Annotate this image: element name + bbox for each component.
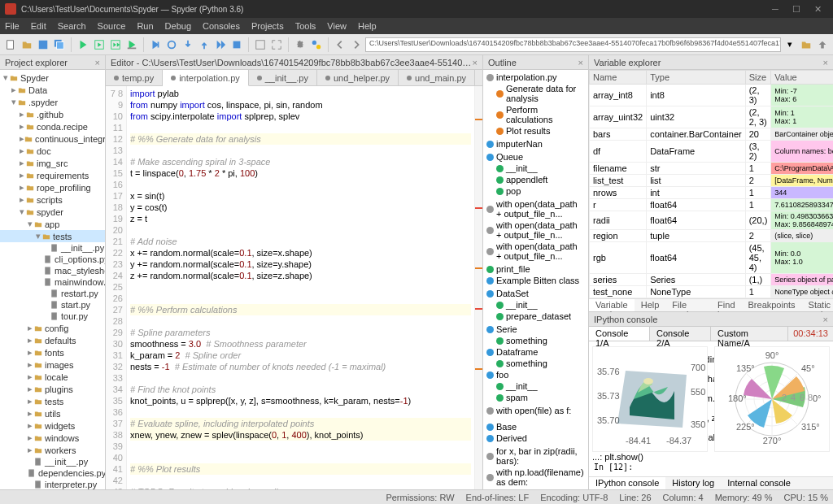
tree-item[interactable]: ▸rope_profiling: [0, 181, 105, 193]
outline-item[interactable]: with open(data_path + output_file_n...: [485, 219, 587, 241]
debug-step-button[interactable]: [164, 37, 179, 52]
menu-debug[interactable]: Debug: [165, 21, 191, 31]
outline-tree[interactable]: interpolation.pyGenerate data for analys…: [483, 70, 588, 489]
console-bottom-tab[interactable]: IPython console: [589, 477, 665, 489]
forward-button[interactable]: [349, 37, 364, 52]
back-button[interactable]: [333, 37, 347, 52]
varex-subtab[interactable]: Help: [635, 299, 666, 311]
editor-close[interactable]: ×: [473, 58, 478, 67]
menu-run[interactable]: Run: [137, 21, 153, 31]
outline-item[interactable]: with np.load(filename) as dem:: [485, 467, 587, 488]
browse-dir-button[interactable]: [799, 37, 813, 52]
varex-subtab[interactable]: Breakpoints: [742, 299, 802, 311]
tree-item[interactable]: __init__.py: [0, 242, 105, 254]
parent-dir-button[interactable]: [815, 37, 830, 52]
console-tab[interactable]: Console 2/A: [650, 327, 711, 341]
varex-subtab[interactable]: File explorer: [665, 299, 711, 311]
variable-row[interactable]: barscontainer.BarContainer20BarContainer…: [590, 128, 834, 141]
tree-item[interactable]: ▸config: [0, 322, 105, 334]
outline-item[interactable]: Perform calculations: [485, 104, 587, 125]
tree-item[interactable]: ▸continuous_integration: [0, 133, 105, 145]
outline-item[interactable]: appendleft: [485, 174, 587, 185]
maximize-button[interactable]: ☐: [786, 4, 807, 15]
outline-item[interactable]: Generate data for analysis: [485, 83, 587, 104]
pythonpath-button[interactable]: [309, 37, 324, 52]
save-all-button[interactable]: [52, 37, 67, 52]
outline-item[interactable]: with open(data_path + output_file_n...: [485, 198, 587, 219]
tree-item[interactable]: ▸requirements: [0, 169, 105, 181]
variable-row[interactable]: array_uint32uint32(2, 2, 3)Min: 1 Max: 1: [590, 106, 834, 128]
run-selection-button[interactable]: [124, 37, 139, 52]
variable-row[interactable]: rgbfloat64(45, 45, 4)Min: 0.0 Max: 1.0: [590, 242, 834, 274]
tree-item[interactable]: tour.py: [0, 311, 105, 322]
minimize-button[interactable]: ─: [765, 4, 786, 14]
tree-item[interactable]: restart.py: [0, 288, 105, 299]
code-body[interactable]: import pylab from numpy import cos, lins…: [127, 86, 474, 489]
tree-item[interactable]: ▸defaults: [0, 334, 105, 346]
open-file-button[interactable]: [20, 37, 34, 52]
outline-item[interactable]: Dataframe: [485, 346, 587, 358]
outline-item[interactable]: Queue: [485, 151, 587, 163]
outline-item[interactable]: __init__: [485, 380, 587, 392]
outline-item[interactable]: print_file: [485, 263, 587, 275]
tree-item[interactable]: mac_stylesheet.qss: [0, 265, 105, 276]
outline-item[interactable]: with open(data_path + output_file_n...: [485, 241, 587, 262]
menu-projects[interactable]: Projects: [251, 21, 284, 31]
outline-item[interactable]: something: [485, 358, 587, 369]
tree-item[interactable]: ▸locale: [0, 371, 105, 383]
outline-item[interactable]: with open(file) as f:: [485, 405, 587, 416]
outline-item[interactable]: imputerNan: [485, 138, 587, 150]
outline-item[interactable]: prepare_dataset: [485, 311, 587, 322]
tree-item[interactable]: cli_options.py: [0, 254, 105, 265]
code-editor[interactable]: 7 8 9 10 11 12 13 14 15 16 17 18 19 20 2…: [106, 86, 482, 489]
tree-item[interactable]: ▸fonts: [0, 346, 105, 358]
tree-item[interactable]: ▸images: [0, 358, 105, 371]
outline-item[interactable]: foo: [485, 369, 587, 380]
menu-source[interactable]: Source: [98, 21, 126, 31]
menu-search[interactable]: Search: [58, 21, 86, 31]
menu-help[interactable]: Help: [358, 21, 377, 31]
outline-item[interactable]: __init__: [485, 163, 587, 174]
outline-item[interactable]: Example Bitten class: [485, 275, 587, 286]
tree-item[interactable]: ▾tests: [0, 230, 105, 242]
varex-subtab[interactable]: Find in files: [711, 299, 741, 311]
variable-row[interactable]: rfloat6417.611082589334796: [590, 199, 834, 211]
tree-item[interactable]: ▸conda.recipe: [0, 120, 105, 133]
tree-item[interactable]: interpreter.py: [0, 479, 105, 489]
variable-row[interactable]: dfDataFrame(3, 2)Column names: bools, in…: [590, 141, 834, 163]
tree-item[interactable]: ▾.spyder: [0, 96, 105, 108]
preferences-button[interactable]: [293, 37, 307, 52]
menu-file[interactable]: File: [5, 21, 20, 31]
tree-item[interactable]: __init__.py: [0, 456, 105, 467]
run-button[interactable]: [76, 37, 90, 52]
variable-explorer-close[interactable]: ×: [823, 58, 828, 67]
variable-row[interactable]: array_int8int8(2, 3)Min: -7 Max: 6: [590, 85, 834, 106]
menu-consoles[interactable]: Consoles: [203, 21, 240, 31]
debug-step-into-button[interactable]: [181, 37, 195, 52]
outline-item[interactable]: pop: [485, 185, 587, 197]
fullscreen-button[interactable]: [269, 37, 284, 52]
tree-item[interactable]: ▾app: [0, 218, 105, 230]
tree-item[interactable]: ▸utils: [0, 407, 105, 419]
editor-tab[interactable]: und_main.py: [399, 70, 475, 85]
outline-item[interactable]: Serie: [485, 324, 587, 335]
console-bottom-tab[interactable]: Internal console: [721, 477, 797, 489]
variable-row[interactable]: nrowsint1344: [590, 187, 834, 199]
varex-subtab[interactable]: Static code analysis: [802, 299, 833, 311]
project-tree[interactable]: ▾Spyder▸Data▾.spyder▸.github▸conda.recip…: [0, 70, 105, 489]
variable-row[interactable]: test_noneNoneType1NoneType object of bui…: [590, 286, 834, 298]
editor-tab[interactable]: interpolation.py: [163, 70, 249, 86]
dir-dropdown-button[interactable]: ▾: [783, 37, 797, 52]
outline-item[interactable]: DataSet: [485, 288, 587, 299]
outline-item[interactable]: Derived: [485, 432, 587, 444]
outline-item[interactable]: spam: [485, 392, 587, 403]
debug-continue-button[interactable]: [213, 37, 228, 52]
menu-edit[interactable]: Edit: [31, 21, 46, 31]
run-cell-button[interactable]: [92, 37, 107, 52]
tree-item[interactable]: ▸Data: [0, 84, 105, 96]
tree-item[interactable]: ▸windows: [0, 432, 105, 444]
tree-item[interactable]: ▸doc: [0, 145, 105, 157]
outline-item[interactable]: __init__: [485, 299, 587, 311]
close-button[interactable]: ✕: [807, 4, 828, 15]
variable-row[interactable]: filenamestr1C:\ProgramData\Anaconda3\lib…: [590, 163, 834, 175]
